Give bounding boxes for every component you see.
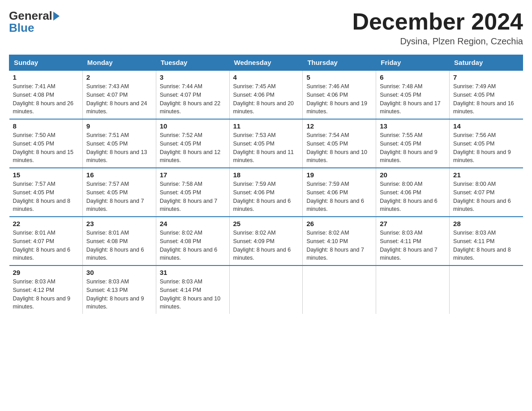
calendar-cell: 29 Sunrise: 8:03 AMSunset: 4:12 PMDaylig… [9,265,83,314]
calendar-cell [229,265,303,314]
day-info: Sunrise: 7:41 AMSunset: 4:08 PMDaylight:… [13,83,74,115]
day-number: 23 [86,220,152,227]
calendar-cell: 16 Sunrise: 7:57 AMSunset: 4:05 PMDaylig… [82,168,156,217]
month-title: December 2024 [352,9,523,34]
calendar-cell: 8 Sunrise: 7:50 AMSunset: 4:05 PMDayligh… [9,119,83,168]
calendar-cell: 10 Sunrise: 7:52 AMSunset: 4:05 PMDaylig… [156,119,229,168]
calendar-cell: 24 Sunrise: 8:02 AMSunset: 4:08 PMDaylig… [156,217,229,265]
day-number: 17 [160,171,226,179]
day-number: 11 [233,122,299,130]
page-header: General Blue December 2024 Dysina, Plzen… [9,9,523,47]
day-info: Sunrise: 8:02 AMSunset: 4:09 PMDaylight:… [233,230,291,261]
day-number: 27 [380,220,446,227]
day-number: 2 [86,73,152,81]
day-info: Sunrise: 7:57 AMSunset: 4:05 PMDaylight:… [86,181,144,212]
header-sunday: Sunday [9,55,83,71]
day-info: Sunrise: 7:45 AMSunset: 4:06 PMDaylight:… [233,83,294,115]
logo: General Blue [9,9,60,35]
calendar-cell: 31 Sunrise: 8:03 AMSunset: 4:14 PMDaylig… [156,265,229,314]
day-info: Sunrise: 7:43 AMSunset: 4:07 PMDaylight:… [86,83,147,115]
calendar-header-row: SundayMondayTuesdayWednesdayThursdayFrid… [9,55,523,71]
calendar-cell: 17 Sunrise: 7:58 AMSunset: 4:05 PMDaylig… [156,168,229,217]
day-number: 24 [160,220,226,227]
calendar-cell: 9 Sunrise: 7:51 AMSunset: 4:05 PMDayligh… [82,119,156,168]
day-number: 12 [306,122,372,130]
calendar-cell [376,265,450,314]
day-info: Sunrise: 7:50 AMSunset: 4:05 PMDaylight:… [13,132,74,163]
header-thursday: Thursday [303,55,376,71]
calendar-cell: 25 Sunrise: 8:02 AMSunset: 4:09 PMDaylig… [229,217,303,265]
day-info: Sunrise: 7:54 AMSunset: 4:05 PMDaylight:… [306,132,367,163]
day-info: Sunrise: 8:00 AMSunset: 4:07 PMDaylight:… [453,181,511,212]
calendar-cell: 12 Sunrise: 7:54 AMSunset: 4:05 PMDaylig… [303,119,376,168]
header-saturday: Saturday [450,55,523,71]
day-number: 21 [453,171,519,179]
calendar-cell: 21 Sunrise: 8:00 AMSunset: 4:07 PMDaylig… [450,168,523,217]
calendar-cell [303,265,376,314]
day-number: 19 [306,171,372,179]
header-friday: Friday [376,55,450,71]
day-info: Sunrise: 8:03 AMSunset: 4:13 PMDaylight:… [86,278,144,310]
day-info: Sunrise: 8:02 AMSunset: 4:08 PMDaylight:… [160,230,218,261]
day-number: 31 [160,269,226,276]
day-number: 3 [160,73,226,81]
day-info: Sunrise: 8:02 AMSunset: 4:10 PMDaylight:… [306,230,364,261]
day-info: Sunrise: 7:52 AMSunset: 4:05 PMDaylight:… [160,132,221,163]
day-number: 22 [13,220,79,227]
calendar-cell: 22 Sunrise: 8:01 AMSunset: 4:07 PMDaylig… [9,217,83,265]
calendar-cell: 18 Sunrise: 7:59 AMSunset: 4:06 PMDaylig… [229,168,303,217]
day-info: Sunrise: 7:59 AMSunset: 4:06 PMDaylight:… [306,181,364,212]
day-info: Sunrise: 7:44 AMSunset: 4:07 PMDaylight:… [160,83,221,115]
title-block: December 2024 Dysina, Plzen Region, Czec… [352,9,523,47]
calendar-cell: 7 Sunrise: 7:49 AMSunset: 4:05 PMDayligh… [450,70,523,119]
day-number: 4 [233,73,299,81]
calendar-cell: 11 Sunrise: 7:53 AMSunset: 4:05 PMDaylig… [229,119,303,168]
day-number: 5 [306,73,372,81]
day-number: 7 [453,73,519,81]
day-info: Sunrise: 7:58 AMSunset: 4:05 PMDaylight:… [160,181,218,212]
calendar-cell: 23 Sunrise: 8:01 AMSunset: 4:08 PMDaylig… [82,217,156,265]
day-number: 13 [380,122,446,130]
day-info: Sunrise: 8:03 AMSunset: 4:11 PMDaylight:… [380,230,438,261]
header-tuesday: Tuesday [156,55,229,71]
location-text: Dysina, Plzen Region, Czechia [352,36,523,47]
day-info: Sunrise: 8:00 AMSunset: 4:06 PMDaylight:… [380,181,438,212]
calendar-cell: 20 Sunrise: 8:00 AMSunset: 4:06 PMDaylig… [376,168,450,217]
calendar-week-2: 8 Sunrise: 7:50 AMSunset: 4:05 PMDayligh… [9,119,523,168]
calendar-cell: 14 Sunrise: 7:56 AMSunset: 4:05 PMDaylig… [450,119,523,168]
day-number: 14 [453,122,519,130]
day-number: 28 [453,220,519,227]
day-info: Sunrise: 7:59 AMSunset: 4:06 PMDaylight:… [233,181,291,212]
calendar-cell: 15 Sunrise: 7:57 AMSunset: 4:05 PMDaylig… [9,168,83,217]
calendar-cell: 13 Sunrise: 7:55 AMSunset: 4:05 PMDaylig… [376,119,450,168]
day-number: 1 [13,73,79,81]
logo-blue-text: Blue [9,21,34,34]
header-wednesday: Wednesday [229,55,303,71]
day-info: Sunrise: 7:57 AMSunset: 4:05 PMDaylight:… [13,181,71,212]
calendar-cell: 27 Sunrise: 8:03 AMSunset: 4:11 PMDaylig… [376,217,450,265]
day-number: 10 [160,122,226,130]
day-info: Sunrise: 7:48 AMSunset: 4:05 PMDaylight:… [380,83,441,115]
logo-arrow-icon [53,12,60,21]
calendar-cell: 2 Sunrise: 7:43 AMSunset: 4:07 PMDayligh… [82,70,156,119]
day-info: Sunrise: 8:03 AMSunset: 4:14 PMDaylight:… [160,278,221,310]
calendar-week-3: 15 Sunrise: 7:57 AMSunset: 4:05 PMDaylig… [9,168,523,217]
day-number: 6 [380,73,446,81]
day-number: 30 [86,269,152,276]
day-number: 29 [13,269,79,276]
calendar-cell: 1 Sunrise: 7:41 AMSunset: 4:08 PMDayligh… [9,70,83,119]
day-info: Sunrise: 8:01 AMSunset: 4:07 PMDaylight:… [13,230,71,261]
calendar-table: SundayMondayTuesdayWednesdayThursdayFrid… [9,55,523,314]
calendar-cell: 4 Sunrise: 7:45 AMSunset: 4:06 PMDayligh… [229,70,303,119]
calendar-cell: 19 Sunrise: 7:59 AMSunset: 4:06 PMDaylig… [303,168,376,217]
calendar-week-4: 22 Sunrise: 8:01 AMSunset: 4:07 PMDaylig… [9,217,523,265]
day-number: 15 [13,171,79,179]
day-number: 8 [13,122,79,130]
day-info: Sunrise: 7:53 AMSunset: 4:05 PMDaylight:… [233,132,294,163]
day-number: 26 [306,220,372,227]
day-info: Sunrise: 7:55 AMSunset: 4:05 PMDaylight:… [380,132,438,163]
calendar-cell: 6 Sunrise: 7:48 AMSunset: 4:05 PMDayligh… [376,70,450,119]
day-number: 20 [380,171,446,179]
calendar-cell: 28 Sunrise: 8:03 AMSunset: 4:11 PMDaylig… [450,217,523,265]
header-monday: Monday [82,55,156,71]
